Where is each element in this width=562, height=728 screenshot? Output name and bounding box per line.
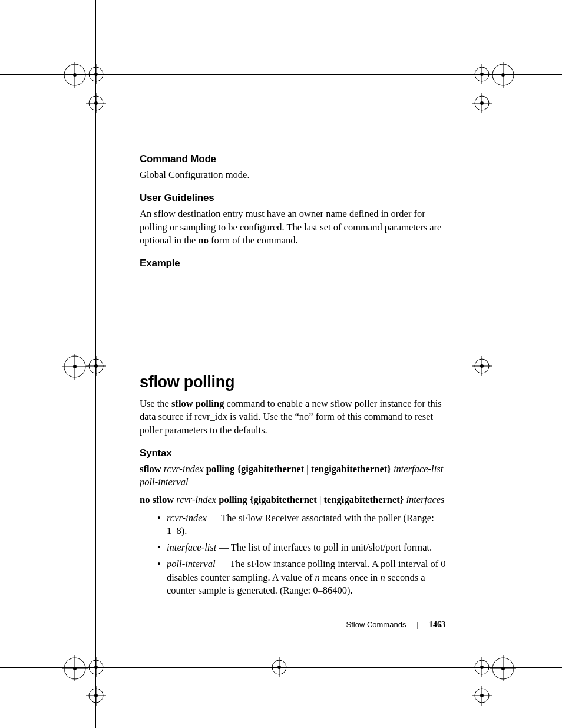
heading-example: Example [140,258,446,269]
text-italic: poll-interval [167,558,215,569]
text-bold: sflow polling [171,398,224,409]
svg-point-41 [64,658,85,679]
heading-user-guidelines: User Guidelines [140,192,446,204]
list-item: interface-list — The list of interfaces … [157,541,446,554]
registration-mark-icon [490,655,516,681]
document-page: Command Mode Global Configuration mode. … [0,0,562,728]
registration-mark-icon [86,356,106,376]
svg-point-1 [73,73,77,77]
text-bold: polling {gigabitethernet | tengigabiteth… [204,463,394,475]
heading-syntax: Syntax [140,447,446,459]
list-item: poll-interval — The sFlow instance polli… [157,558,446,597]
text: — The list of interfaces to poll in unit… [216,542,432,553]
text: means once in [320,572,381,583]
svg-point-14 [501,73,505,77]
text-bold: no sflow [140,494,176,505]
svg-point-29 [89,359,103,373]
svg-point-0 [64,64,85,85]
body-sflow-polling: Use the sflow polling command to enable … [140,397,446,437]
text-italic: rcvr-index [176,494,216,505]
body-command-mode: Global Configuration mode. [140,169,446,182]
text-bold: polling {gigabitethernet | tengigabiteth… [216,494,406,505]
svg-point-30 [94,364,98,368]
svg-point-13 [492,64,514,85]
text: form of the command. [209,235,298,246]
text: — The sFlow Receiver associated with the… [167,512,434,536]
svg-point-26 [73,365,77,368]
crop-line [482,0,482,728]
svg-point-10 [94,101,98,105]
registration-mark-icon [86,686,106,706]
text-italic: interface-list [167,542,216,553]
registration-mark-icon [86,93,106,113]
list-item: rcvr-index — The sFlow Receiver associat… [157,512,446,538]
syntax-line: no sflow rcvr-index polling {gigabitethe… [140,493,446,506]
crop-line [0,667,562,668]
syntax-line: sflow rcvr-index polling {gigabitetherne… [140,463,446,489]
registration-mark-icon [62,655,88,681]
page-content: Command Mode Global Configuration mode. … [140,153,446,601]
text-italic: rcvr-index [167,512,207,523]
crop-line [0,74,562,75]
footer-separator-icon: | [416,620,418,630]
registration-mark-icon [490,62,516,88]
text: Use the [140,398,171,409]
page-footer: Sflow Commands | 1463 [346,620,445,630]
crop-line [95,0,96,728]
syntax-bullets: rcvr-index — The sFlow Receiver associat… [140,512,446,598]
svg-point-53 [492,658,514,679]
svg-point-49 [89,689,103,703]
svg-point-50 [94,694,98,697]
text-italic: rcvr-index [164,463,204,475]
svg-point-9 [89,96,103,110]
registration-mark-icon [62,62,88,88]
svg-point-25 [64,356,85,377]
text-italic: n [315,572,320,583]
registration-mark-icon [62,354,88,380]
footer-title: Sflow Commands [346,620,406,629]
text-bold: no [198,235,208,246]
section-title-sflow-polling: sflow polling [140,373,446,391]
page-number: 1463 [429,620,445,630]
text-italic: n [380,572,385,583]
svg-point-4 [64,64,85,85]
body-user-guidelines: An sflow destination entry must have an … [140,207,446,247]
text-italic: interfaces [406,494,444,505]
text-bold: sflow [140,463,164,475]
heading-command-mode: Command Mode [140,153,446,165]
